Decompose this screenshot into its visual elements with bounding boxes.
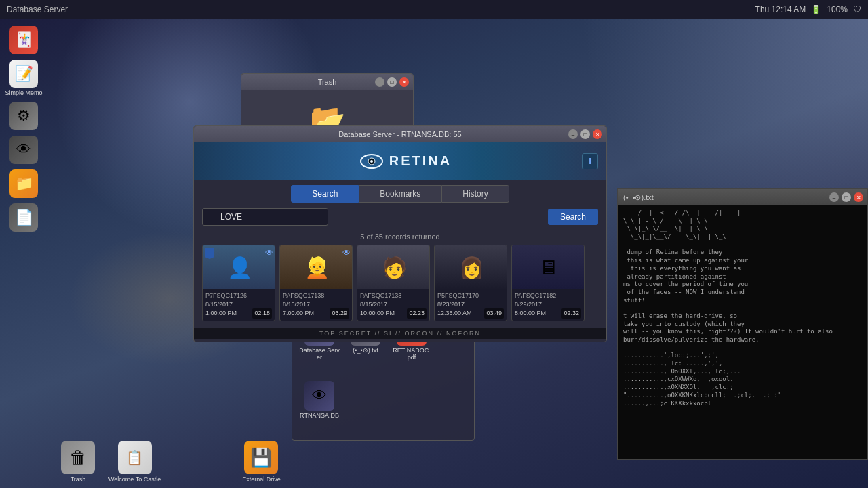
result-time-row-3: 10:00:00 PM 02:23 (360, 308, 427, 319)
battery-level: 100% (827, 5, 848, 14)
terminal-text: _ / | < / /\ | _ /| __| \ \ | - \ /____\… (623, 209, 862, 407)
terminal-window: (•_•⊙).txt – □ ✕ _ / | < / /\ | _ /| __|… (617, 188, 868, 460)
dock-trash-label: Trash (71, 476, 86, 483)
db-minimize-button[interactable]: – (568, 129, 578, 139)
sidebar-item-eye[interactable]: 👁 (3, 136, 44, 164)
db-file-label: Database Server (299, 347, 340, 361)
pdf-file-label: RETINADOC.pdf (391, 347, 432, 361)
taskbar-right: Thu 12:14 AM 🔋 100% 🛡 (755, 5, 861, 14)
result-time-2: 7:00:00 PM (283, 309, 314, 318)
trash-close-button[interactable]: ✕ (399, 77, 409, 87)
result-duration-5: 02:32 (561, 308, 581, 319)
db-results: 👤 👁 P7FSQC17126 8/15/2017 1:00:00 PM 02:… (194, 245, 606, 328)
result-info-1: P7FSQC17126 8/15/2017 1:00:00 PM 02:18 (203, 289, 275, 321)
result-time-row-5: 8:00:00 PM 02:32 (515, 308, 581, 319)
result-card-1[interactable]: 👤 👁 P7FSQC17126 8/15/2017 1:00:00 PM 02:… (202, 245, 275, 321)
result-duration-1: 02:18 (252, 308, 272, 319)
tab-search[interactable]: Search (291, 185, 359, 203)
sidebar-item-memo[interactable]: 📝 Simple Memo (3, 60, 44, 96)
sidebar-item-gear[interactable]: ⚙ (3, 102, 44, 130)
result-thumb-5: 🖥 (512, 245, 585, 289)
file-item-rtnansa[interactable]: 👁 RTNANSA.DB (299, 381, 340, 419)
gear-icon: ⚙ (9, 102, 38, 130)
db-close-button[interactable]: ✕ (593, 129, 602, 139)
thumb-image-4: 👩 (435, 245, 507, 289)
result-info-3: PAFSQC17133 8/15/2017 10:00:00 PM 02:23 (357, 289, 429, 321)
result-time-3: 10:00:00 PM (360, 309, 395, 318)
result-thumb-4: 👩 (435, 245, 507, 289)
db-footer: TOP SECRET // SI // ORCON // NOFORN (194, 328, 606, 339)
result-code-5: PAFSQC17182 (515, 291, 581, 300)
result-time-row-2: 7:00:00 PM 03:29 (283, 308, 349, 319)
retina-eye-icon (359, 153, 384, 169)
result-thumb-3: 🧑 (357, 245, 430, 289)
result-time-5: 8:00:00 PM (515, 309, 546, 318)
folder-icon: 📁 (9, 169, 38, 198)
result-duration-3: 02:23 (407, 308, 427, 319)
taskbar-title: Database Server (7, 5, 68, 14)
trash-titlebar: Trash – □ ✕ (241, 74, 413, 90)
result-card-4[interactable]: 👩 P5FSQC17170 8/23/2017 12:35:00 AM 03:4… (434, 245, 507, 321)
result-info-4: P5FSQC17170 8/23/2017 12:35:00 AM 03:49 (435, 289, 507, 321)
dock-welcome-label: Welcome To Castle (108, 476, 161, 483)
dock-item-trash[interactable]: 🗑 Trash (61, 441, 95, 483)
result-card-2[interactable]: 👱 👁 PAFSQC17138 8/15/2017 7:00:00 PM 03:… (279, 245, 353, 321)
search-input[interactable] (202, 208, 328, 226)
svg-point-0 (361, 155, 382, 168)
rtnansa-file-label: RTNANSA.DB (300, 412, 339, 419)
txt-file-label: (•_•⊙).txt (353, 347, 378, 354)
trash-window-controls: – □ ✕ (375, 77, 409, 87)
result-date-2: 8/15/2017 (283, 300, 349, 309)
result-card-5[interactable]: 🖥 PAFSQC17182 8/29/2017 8:00:00 PM 02:32 (511, 245, 585, 321)
result-date-5: 8/29/2017 (515, 300, 581, 309)
dock-item-external-drive[interactable]: 💾 External Drive (242, 441, 281, 483)
rtnansa-file-icon: 👁 (304, 381, 334, 411)
retina-logo: RETINA (359, 153, 452, 169)
db-window-controls: – □ ✕ (568, 129, 602, 139)
result-thumb-1: 👤 👁 (203, 245, 275, 289)
terminal-title: (•_•⊙).txt (623, 193, 654, 202)
result-date-1: 8/15/2017 (205, 300, 272, 309)
terminal-maximize-button[interactable]: □ (842, 192, 851, 202)
terminal-content: _ / | < / /\ | _ /| __| \ \ | - \ /____\… (618, 205, 867, 459)
thumb-image-2: 👱 (280, 245, 353, 289)
dock-trash-icon: 🗑 (61, 441, 95, 474)
search-button[interactable]: Search (548, 209, 598, 225)
result-date-3: 8/15/2017 (360, 300, 427, 309)
terminal-close-button[interactable]: ✕ (854, 192, 863, 202)
trash-minimize-button[interactable]: – (375, 77, 384, 87)
db-search-bar: 🔍 Search (194, 203, 606, 231)
result-time-1: 1:00:00 PM (205, 309, 237, 318)
note-icon: 📄 (9, 203, 38, 232)
svg-point-2 (370, 160, 373, 163)
eye-icon: 👁 (9, 136, 38, 164)
shield-icon: 🛡 (853, 5, 861, 14)
result-duration-4: 03:49 (484, 308, 504, 319)
db-maximize-button[interactable]: □ (580, 129, 590, 139)
sidebar-item-cards[interactable]: 🃏 (3, 26, 44, 54)
dock-item-welcome[interactable]: 📋 Welcome To Castle (108, 441, 161, 483)
dock-welcome-icon: 📋 (118, 441, 152, 474)
desktop-sidebar: 🃏 📝 Simple Memo ⚙ 👁 📁 📄 (0, 19, 47, 232)
sidebar-item-folder[interactable]: 📁 (3, 169, 44, 198)
trash-maximize-button[interactable]: □ (387, 77, 397, 87)
sidebar-item-note[interactable]: 📄 (3, 203, 44, 232)
result-code-2: PAFSQC17138 (283, 291, 349, 300)
db-window-title: Database Server - RTNANSA.DB: 55 (338, 130, 461, 138)
thumb-image-5: 🖥 (512, 245, 585, 289)
terminal-minimize-button[interactable]: – (829, 192, 839, 202)
tab-history[interactable]: History (441, 185, 509, 203)
eye-overlay-icon-2: 👁 (342, 248, 351, 258)
taskbar-top: Database Server Thu 12:14 AM 🔋 100% 🛡 (0, 0, 868, 19)
info-button[interactable]: i (582, 153, 598, 169)
thumb-image-3: 🧑 (357, 245, 430, 289)
tab-bookmarks[interactable]: Bookmarks (359, 185, 441, 203)
result-thumb-2: 👱 👁 (280, 245, 353, 289)
bookmark-icon-1 (205, 248, 214, 259)
terminal-window-controls: – □ ✕ (829, 192, 863, 202)
taskbar-clock: Thu 12:14 AM (755, 5, 806, 14)
db-server-window: Database Server - RTNANSA.DB: 55 – □ ✕ R… (193, 125, 607, 342)
db-header-banner: RETINA i (194, 142, 606, 180)
result-card-3[interactable]: 🧑 PAFSQC17133 8/15/2017 10:00:00 PM 02:2… (357, 245, 430, 321)
result-duration-2: 03:29 (330, 308, 349, 319)
